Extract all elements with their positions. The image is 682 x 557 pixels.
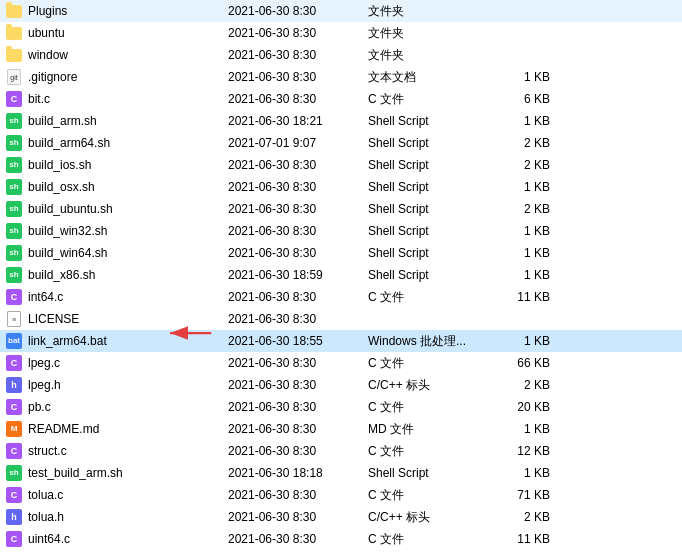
- file-icon-container: C: [4, 90, 24, 108]
- table-row[interactable]: ubuntu 2021-06-30 8:30 文件夹: [0, 22, 682, 44]
- sh-file-icon: sh: [6, 157, 22, 173]
- file-icon-container: sh: [4, 178, 24, 196]
- bat-file-icon: bat: [6, 333, 22, 349]
- file-size: 1 KB: [498, 334, 558, 348]
- table-row[interactable]: sh build_win64.sh 2021-06-30 8:30 Shell …: [0, 242, 682, 264]
- file-name: build_ios.sh: [28, 158, 228, 172]
- file-size: 66 KB: [498, 356, 558, 370]
- file-date: 2021-06-30 8:30: [228, 224, 368, 238]
- file-date: 2021-06-30 8:30: [228, 4, 368, 18]
- file-icon-container: M: [4, 420, 24, 438]
- table-row[interactable]: window 2021-06-30 8:30 文件夹: [0, 44, 682, 66]
- sh-file-icon: sh: [6, 465, 22, 481]
- table-row[interactable]: C struct.c 2021-06-30 8:30 C 文件 12 KB: [0, 440, 682, 462]
- file-type: 文件夹: [368, 3, 498, 20]
- table-row[interactable]: Plugins 2021-06-30 8:30 文件夹: [0, 0, 682, 22]
- table-row[interactable]: sh build_ubuntu.sh 2021-06-30 8:30 Shell…: [0, 198, 682, 220]
- file-name: pb.c: [28, 400, 228, 414]
- file-icon-container: C: [4, 354, 24, 372]
- sh-file-icon: sh: [6, 267, 22, 283]
- file-type: Shell Script: [368, 224, 498, 238]
- c-file-icon: C: [6, 487, 22, 503]
- c-file-icon: C: [6, 289, 22, 305]
- c-file-icon: C: [6, 443, 22, 459]
- c-file-icon: C: [6, 355, 22, 371]
- file-name: uint64.c: [28, 532, 228, 546]
- file-size: 11 KB: [498, 532, 558, 546]
- file-date: 2021-06-30 8:30: [228, 532, 368, 546]
- sh-file-icon: sh: [6, 223, 22, 239]
- file-date: 2021-06-30 8:30: [228, 92, 368, 106]
- c-file-icon: C: [6, 399, 22, 415]
- file-date: 2021-06-30 8:30: [228, 246, 368, 260]
- file-name: struct.c: [28, 444, 228, 458]
- table-row[interactable]: bat link_arm64.bat 2021-06-30 18:55 Wind…: [0, 330, 682, 352]
- table-row[interactable]: sh build_arm.sh 2021-06-30 18:21 Shell S…: [0, 110, 682, 132]
- file-type: C 文件: [368, 487, 498, 504]
- table-row[interactable]: sh build_x86.sh 2021-06-30 18:59 Shell S…: [0, 264, 682, 286]
- table-row[interactable]: sh test_build_arm.sh 2021-06-30 18:18 Sh…: [0, 462, 682, 484]
- file-size: 1 KB: [498, 246, 558, 260]
- folder-icon: [6, 27, 22, 40]
- table-row[interactable]: h tolua.h 2021-06-30 8:30 C/C++ 标头 2 KB: [0, 506, 682, 528]
- file-type: Windows 批处理...: [368, 333, 498, 350]
- table-row[interactable]: M README.md 2021-06-30 8:30 MD 文件 1 KB: [0, 418, 682, 440]
- file-size: 1 KB: [498, 224, 558, 238]
- sh-file-icon: sh: [6, 179, 22, 195]
- file-date: 2021-06-30 18:18: [228, 466, 368, 480]
- table-row[interactable]: h lpeg.h 2021-06-30 8:30 C/C++ 标头 2 KB: [0, 374, 682, 396]
- file-icon-container: C: [4, 288, 24, 306]
- file-name: LICENSE: [28, 312, 228, 326]
- file-name: tolua.h: [28, 510, 228, 524]
- file-type: Shell Script: [368, 136, 498, 150]
- file-date: 2021-06-30 8:30: [228, 422, 368, 436]
- file-date: 2021-06-30 8:30: [228, 70, 368, 84]
- table-row[interactable]: C bit.c 2021-06-30 8:30 C 文件 6 KB: [0, 88, 682, 110]
- file-name: build_arm64.sh: [28, 136, 228, 150]
- file-type: Shell Script: [368, 114, 498, 128]
- table-row[interactable]: ≡ LICENSE 2021-06-30 8:30: [0, 308, 682, 330]
- file-name: lpeg.c: [28, 356, 228, 370]
- h-file-icon: h: [6, 377, 22, 393]
- file-list[interactable]: Plugins 2021-06-30 8:30 文件夹 ubuntu 2021-…: [0, 0, 682, 557]
- c-file-icon: C: [6, 531, 22, 547]
- file-size: 2 KB: [498, 158, 558, 172]
- file-size: 1 KB: [498, 422, 558, 436]
- table-row[interactable]: C lpeg.c 2021-06-30 8:30 C 文件 66 KB: [0, 352, 682, 374]
- file-size: 1 KB: [498, 114, 558, 128]
- sh-file-icon: sh: [6, 135, 22, 151]
- table-row[interactable]: git .gitignore 2021-06-30 8:30 文本文档 1 KB: [0, 66, 682, 88]
- file-name: build_arm.sh: [28, 114, 228, 128]
- h-file-icon: h: [6, 509, 22, 525]
- file-size: 71 KB: [498, 488, 558, 502]
- table-row[interactable]: C int64.c 2021-06-30 8:30 C 文件 11 KB: [0, 286, 682, 308]
- file-name: .gitignore: [28, 70, 228, 84]
- file-type: MD 文件: [368, 421, 498, 438]
- file-size: 2 KB: [498, 378, 558, 392]
- file-date: 2021-07-01 9:07: [228, 136, 368, 150]
- file-size: 2 KB: [498, 136, 558, 150]
- file-icon-container: h: [4, 376, 24, 394]
- table-row[interactable]: sh build_win32.sh 2021-06-30 8:30 Shell …: [0, 220, 682, 242]
- table-row[interactable]: sh build_osx.sh 2021-06-30 8:30 Shell Sc…: [0, 176, 682, 198]
- table-row[interactable]: sh build_ios.sh 2021-06-30 8:30 Shell Sc…: [0, 154, 682, 176]
- file-date: 2021-06-30 8:30: [228, 444, 368, 458]
- file-size: 2 KB: [498, 510, 558, 524]
- file-icon-container: sh: [4, 222, 24, 240]
- file-date: 2021-06-30 8:30: [228, 290, 368, 304]
- file-icon-container: bat: [4, 332, 24, 350]
- txt-file-icon: ≡: [7, 311, 21, 327]
- file-icon-container: C: [4, 486, 24, 504]
- table-row[interactable]: C uint64.c 2021-06-30 8:30 C 文件 11 KB: [0, 528, 682, 550]
- table-row[interactable]: C pb.c 2021-06-30 8:30 C 文件 20 KB: [0, 396, 682, 418]
- file-size: 1 KB: [498, 466, 558, 480]
- file-icon-container: C: [4, 398, 24, 416]
- file-name: build_x86.sh: [28, 268, 228, 282]
- file-icon-container: [4, 46, 24, 64]
- table-row[interactable]: C tolua.c 2021-06-30 8:30 C 文件 71 KB: [0, 484, 682, 506]
- file-date: 2021-06-30 8:30: [228, 158, 368, 172]
- table-row[interactable]: sh build_arm64.sh 2021-07-01 9:07 Shell …: [0, 132, 682, 154]
- file-type: C 文件: [368, 91, 498, 108]
- file-icon-container: [4, 2, 24, 20]
- file-icon-container: [4, 24, 24, 42]
